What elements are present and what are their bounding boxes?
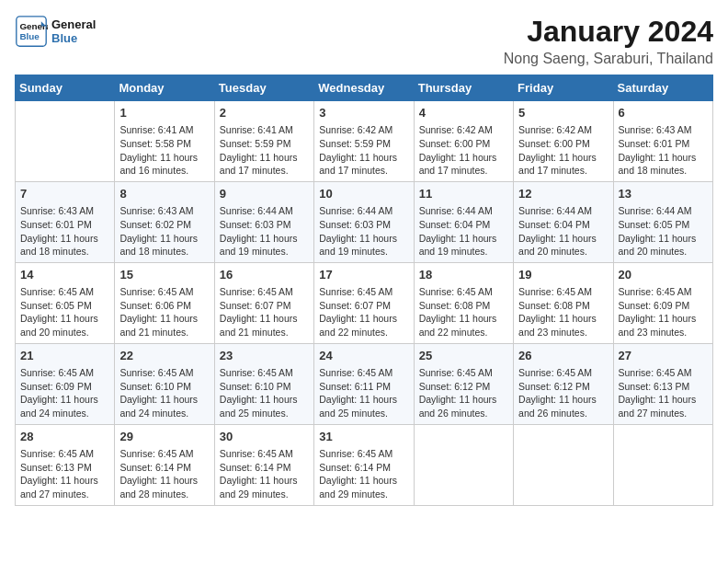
calendar-cell: 12Sunrise: 6:44 AMSunset: 6:04 PMDayligh… bbox=[514, 181, 613, 262]
cell-details: Sunrise: 6:45 AMSunset: 6:13 PMDaylight:… bbox=[619, 366, 708, 420]
day-number: 30 bbox=[220, 429, 309, 445]
calendar-cell: 31Sunrise: 6:45 AMSunset: 6:14 PMDayligh… bbox=[314, 424, 414, 505]
calendar-cell: 4Sunrise: 6:42 AMSunset: 6:00 PMDaylight… bbox=[414, 101, 513, 182]
calendar-table: SundayMondayTuesdayWednesdayThursdayFrid… bbox=[15, 75, 713, 506]
logo-text-line1: General bbox=[51, 17, 96, 31]
calendar-cell: 19Sunrise: 6:45 AMSunset: 6:08 PMDayligh… bbox=[514, 262, 613, 343]
days-header-row: SundayMondayTuesdayWednesdayThursdayFrid… bbox=[16, 75, 713, 101]
cell-details: Sunrise: 6:45 AMSunset: 6:08 PMDaylight:… bbox=[419, 285, 508, 339]
calendar-cell: 24Sunrise: 6:45 AMSunset: 6:11 PMDayligh… bbox=[314, 343, 414, 424]
day-number: 18 bbox=[419, 267, 508, 283]
week-row-4: 21Sunrise: 6:45 AMSunset: 6:09 PMDayligh… bbox=[16, 343, 713, 424]
day-number: 6 bbox=[619, 105, 708, 121]
day-number: 28 bbox=[20, 429, 109, 445]
day-number: 29 bbox=[119, 429, 209, 445]
day-number: 21 bbox=[20, 348, 109, 364]
calendar-cell: 9Sunrise: 6:44 AMSunset: 6:03 PMDaylight… bbox=[214, 181, 313, 262]
day-number: 9 bbox=[220, 186, 309, 202]
day-header-monday: Monday bbox=[115, 75, 214, 101]
cell-details: Sunrise: 6:44 AMSunset: 6:05 PMDaylight:… bbox=[619, 204, 708, 259]
day-header-saturday: Saturday bbox=[613, 75, 712, 101]
svg-text:Blue: Blue bbox=[19, 31, 40, 41]
day-number: 10 bbox=[319, 186, 408, 202]
calendar-cell: 16Sunrise: 6:45 AMSunset: 6:07 PMDayligh… bbox=[214, 262, 313, 343]
day-header-tuesday: Tuesday bbox=[214, 75, 313, 101]
calendar-cell: 29Sunrise: 6:45 AMSunset: 6:14 PMDayligh… bbox=[115, 424, 214, 505]
cell-details: Sunrise: 6:44 AMSunset: 6:04 PMDaylight:… bbox=[518, 204, 608, 259]
title-block: January 2024 Nong Saeng, Saraburi, Thail… bbox=[504, 15, 713, 67]
calendar-cell bbox=[16, 101, 115, 182]
cell-details: Sunrise: 6:45 AMSunset: 6:08 PMDaylight:… bbox=[518, 285, 608, 339]
day-number: 22 bbox=[119, 348, 209, 364]
calendar-cell: 8Sunrise: 6:43 AMSunset: 6:02 PMDaylight… bbox=[115, 181, 214, 262]
cell-details: Sunrise: 6:45 AMSunset: 6:11 PMDaylight:… bbox=[319, 366, 408, 420]
logo-text-line2: Blue bbox=[51, 31, 96, 45]
day-number: 26 bbox=[518, 348, 608, 364]
calendar-cell: 15Sunrise: 6:45 AMSunset: 6:06 PMDayligh… bbox=[115, 262, 214, 343]
calendar-cell: 6Sunrise: 6:43 AMSunset: 6:01 PMDaylight… bbox=[613, 101, 712, 182]
day-number: 4 bbox=[419, 105, 508, 121]
cell-details: Sunrise: 6:45 AMSunset: 6:05 PMDaylight:… bbox=[20, 285, 109, 339]
cell-details: Sunrise: 6:44 AMSunset: 6:03 PMDaylight:… bbox=[220, 204, 309, 259]
day-number: 19 bbox=[518, 267, 608, 283]
calendar-cell bbox=[514, 424, 613, 505]
calendar-cell: 11Sunrise: 6:44 AMSunset: 6:04 PMDayligh… bbox=[414, 181, 513, 262]
day-number: 17 bbox=[319, 267, 408, 283]
cell-details: Sunrise: 6:44 AMSunset: 6:03 PMDaylight:… bbox=[319, 204, 408, 259]
week-row-5: 28Sunrise: 6:45 AMSunset: 6:13 PMDayligh… bbox=[16, 424, 713, 505]
cell-details: Sunrise: 6:45 AMSunset: 6:14 PMDaylight:… bbox=[119, 447, 209, 501]
location-subtitle: Nong Saeng, Saraburi, Thailand bbox=[504, 51, 713, 67]
day-number: 2 bbox=[220, 105, 309, 121]
calendar-cell: 30Sunrise: 6:45 AMSunset: 6:14 PMDayligh… bbox=[214, 424, 313, 505]
logo: General Blue General Blue bbox=[15, 15, 96, 48]
calendar-cell bbox=[613, 424, 712, 505]
cell-details: Sunrise: 6:45 AMSunset: 6:10 PMDaylight:… bbox=[220, 366, 309, 420]
logo-icon: General Blue bbox=[15, 15, 48, 48]
day-number: 14 bbox=[20, 267, 109, 283]
day-number: 20 bbox=[619, 267, 708, 283]
day-number: 5 bbox=[518, 105, 608, 121]
cell-details: Sunrise: 6:45 AMSunset: 6:06 PMDaylight:… bbox=[119, 285, 209, 339]
day-header-wednesday: Wednesday bbox=[314, 75, 414, 101]
day-number: 8 bbox=[119, 186, 209, 202]
calendar-cell: 20Sunrise: 6:45 AMSunset: 6:09 PMDayligh… bbox=[613, 262, 712, 343]
calendar-cell: 18Sunrise: 6:45 AMSunset: 6:08 PMDayligh… bbox=[414, 262, 513, 343]
day-number: 23 bbox=[220, 348, 309, 364]
cell-details: Sunrise: 6:45 AMSunset: 6:14 PMDaylight:… bbox=[220, 447, 309, 501]
month-year-title: January 2024 bbox=[504, 15, 713, 49]
calendar-cell: 1Sunrise: 6:41 AMSunset: 5:58 PMDaylight… bbox=[115, 101, 214, 182]
calendar-cell: 17Sunrise: 6:45 AMSunset: 6:07 PMDayligh… bbox=[314, 262, 414, 343]
calendar-cell: 28Sunrise: 6:45 AMSunset: 6:13 PMDayligh… bbox=[16, 424, 115, 505]
day-number: 7 bbox=[20, 186, 109, 202]
cell-details: Sunrise: 6:44 AMSunset: 6:04 PMDaylight:… bbox=[419, 204, 508, 259]
week-row-2: 7Sunrise: 6:43 AMSunset: 6:01 PMDaylight… bbox=[16, 181, 713, 262]
cell-details: Sunrise: 6:42 AMSunset: 6:00 PMDaylight:… bbox=[518, 123, 608, 178]
day-number: 12 bbox=[518, 186, 608, 202]
cell-details: Sunrise: 6:45 AMSunset: 6:09 PMDaylight:… bbox=[20, 366, 109, 420]
week-row-1: 1Sunrise: 6:41 AMSunset: 5:58 PMDaylight… bbox=[16, 101, 713, 182]
cell-details: Sunrise: 6:45 AMSunset: 6:12 PMDaylight:… bbox=[419, 366, 508, 420]
calendar-cell bbox=[414, 424, 513, 505]
cell-details: Sunrise: 6:45 AMSunset: 6:07 PMDaylight:… bbox=[319, 285, 408, 339]
day-number: 11 bbox=[419, 186, 508, 202]
calendar-cell: 14Sunrise: 6:45 AMSunset: 6:05 PMDayligh… bbox=[16, 262, 115, 343]
calendar-cell: 5Sunrise: 6:42 AMSunset: 6:00 PMDaylight… bbox=[514, 101, 613, 182]
page-header: General Blue General Blue January 2024 N… bbox=[15, 15, 713, 67]
day-number: 25 bbox=[419, 348, 508, 364]
cell-details: Sunrise: 6:45 AMSunset: 6:13 PMDaylight:… bbox=[20, 447, 109, 501]
cell-details: Sunrise: 6:42 AMSunset: 5:59 PMDaylight:… bbox=[319, 123, 408, 178]
calendar-cell: 26Sunrise: 6:45 AMSunset: 6:12 PMDayligh… bbox=[514, 343, 613, 424]
cell-details: Sunrise: 6:42 AMSunset: 6:00 PMDaylight:… bbox=[419, 123, 508, 178]
day-number: 27 bbox=[619, 348, 708, 364]
calendar-cell: 27Sunrise: 6:45 AMSunset: 6:13 PMDayligh… bbox=[613, 343, 712, 424]
cell-details: Sunrise: 6:45 AMSunset: 6:09 PMDaylight:… bbox=[619, 285, 708, 339]
day-header-friday: Friday bbox=[514, 75, 613, 101]
day-number: 3 bbox=[319, 105, 408, 121]
cell-details: Sunrise: 6:41 AMSunset: 5:58 PMDaylight:… bbox=[119, 123, 209, 178]
day-number: 16 bbox=[220, 267, 309, 283]
cell-details: Sunrise: 6:45 AMSunset: 6:10 PMDaylight:… bbox=[119, 366, 209, 420]
cell-details: Sunrise: 6:45 AMSunset: 6:12 PMDaylight:… bbox=[518, 366, 608, 420]
day-number: 13 bbox=[619, 186, 708, 202]
calendar-cell: 10Sunrise: 6:44 AMSunset: 6:03 PMDayligh… bbox=[314, 181, 414, 262]
calendar-cell: 23Sunrise: 6:45 AMSunset: 6:10 PMDayligh… bbox=[214, 343, 313, 424]
